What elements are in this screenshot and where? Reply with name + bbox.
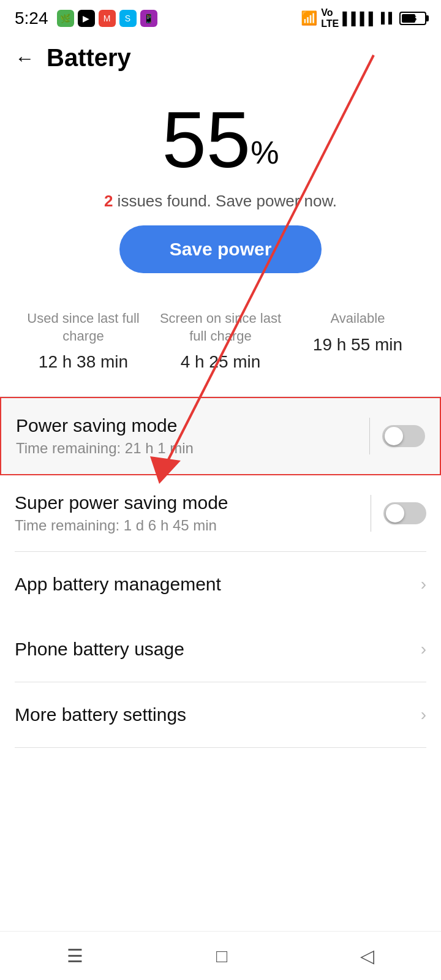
super-power-saving-subtitle: Time remaining: 1 d 6 h 45 min: [15, 517, 358, 534]
nav-menu-icon[interactable]: ☰: [67, 945, 83, 967]
nav-home-icon[interactable]: □: [216, 946, 227, 967]
battery-stats-row: Used since last full charge 12 h 38 min …: [0, 298, 441, 397]
stat-available: Available 19 h 55 min: [289, 310, 426, 372]
power-saving-text: Power saving mode Time remaining: 21 h 1…: [16, 415, 357, 457]
save-power-button[interactable]: Save power: [119, 225, 322, 273]
super-toggle-divider: [371, 495, 371, 532]
power-saving-toggle[interactable]: [382, 425, 425, 447]
battery-percent-value: 55: [162, 95, 251, 184]
app-icon-skype: S: [119, 10, 137, 27]
signal-icon-2: ▌▌: [381, 12, 396, 24]
battery-percent-symbol: %: [251, 135, 279, 170]
app-icon-gmail: M: [99, 10, 116, 27]
app-battery-management-row[interactable]: App battery management ›: [0, 552, 441, 617]
battery-status-value: 55: [409, 15, 417, 22]
toggle-divider: [369, 418, 370, 454]
signal-icon-1: ▌▌▌▌: [342, 12, 377, 26]
app-battery-management-chevron: ›: [421, 575, 426, 594]
status-bar: 5:24 🌿 ▶ M S 📱 📶 VoLTE ▌▌▌▌ ▌▌ 55: [0, 0, 441, 34]
issues-count: 2: [104, 192, 113, 210]
more-battery-settings-row[interactable]: More battery settings ›: [0, 682, 441, 747]
bottom-navigation: ☰ □ ◁: [0, 931, 441, 980]
back-button[interactable]: ←: [15, 48, 34, 68]
issues-row: 2 issues found. Save power now.: [0, 192, 441, 211]
status-app-icons: 🌿 ▶ M S 📱: [57, 10, 157, 27]
stat-used-value: 12 h 38 min: [39, 352, 128, 372]
nav-back-icon[interactable]: ◁: [360, 945, 374, 967]
app-battery-management-label: App battery management: [15, 574, 221, 595]
app-icon-youtube: ▶: [78, 10, 95, 27]
phone-battery-usage-label: Phone battery usage: [15, 639, 184, 660]
stat-used-since: Used since last full charge 12 h 38 min: [15, 310, 152, 372]
more-battery-settings-chevron: ›: [421, 705, 426, 725]
super-power-saving-text: Super power saving mode Time remaining: …: [15, 492, 358, 534]
power-saving-subtitle: Time remaining: 21 h 1 min: [16, 440, 357, 457]
battery-percentage-section: 55%: [0, 81, 441, 192]
page-title: Battery: [47, 44, 131, 72]
super-power-saving-mode-row[interactable]: Super power saving mode Time remaining: …: [0, 475, 441, 551]
power-saving-mode-highlighted: Power saving mode Time remaining: 21 h 1…: [0, 397, 441, 475]
app-icon-green: 🌿: [57, 10, 74, 27]
more-battery-settings-label: More battery settings: [15, 704, 186, 725]
stat-screen-on: Screen on since last full charge 4 h 25 …: [152, 310, 289, 372]
volte-icon: VoLTE: [321, 7, 339, 29]
stat-available-label: Available: [331, 310, 385, 328]
wifi-icon: 📶: [301, 10, 317, 26]
power-saving-title: Power saving mode: [16, 415, 357, 436]
app-icon-purple: 📱: [140, 10, 157, 27]
stat-available-value: 19 h 55 min: [313, 335, 402, 355]
status-system-icons: 📶 VoLTE ▌▌▌▌ ▌▌ 55: [301, 7, 426, 29]
status-left: 5:24 🌿 ▶ M S 📱: [15, 9, 157, 28]
issues-text: issues found. Save power now.: [113, 192, 337, 210]
stat-screen-label: Screen on since last full charge: [152, 310, 289, 345]
stat-used-label: Used since last full charge: [15, 310, 152, 345]
battery-status-icon: 55: [399, 12, 426, 25]
power-saving-mode-row[interactable]: Power saving mode Time remaining: 21 h 1…: [1, 398, 440, 474]
phone-battery-usage-row[interactable]: Phone battery usage ›: [0, 617, 441, 682]
page-header: ← Battery: [0, 34, 441, 81]
stat-screen-value: 4 h 25 min: [181, 352, 261, 372]
phone-battery-usage-chevron: ›: [421, 639, 426, 659]
super-power-saving-toggle[interactable]: [383, 502, 426, 524]
super-power-saving-title: Super power saving mode: [15, 492, 358, 513]
battery-percentage-display: 55%: [162, 100, 279, 179]
status-time: 5:24: [15, 9, 48, 28]
